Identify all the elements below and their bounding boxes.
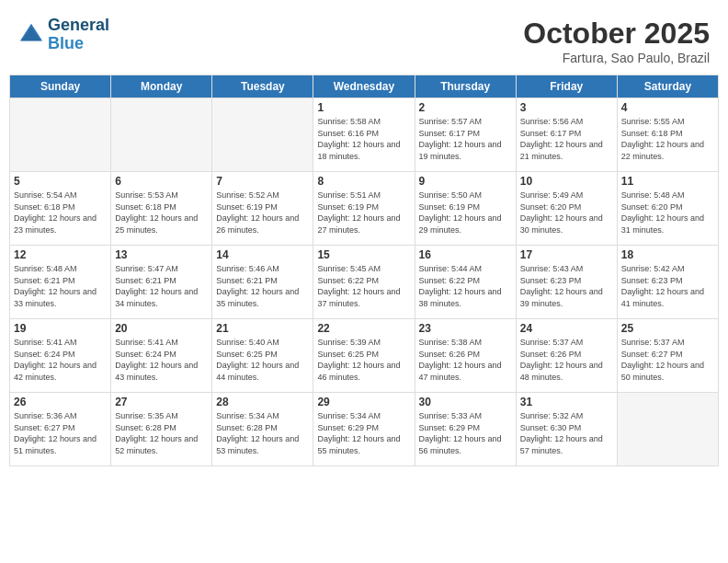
calendar-cell: 13Sunrise: 5:47 AM Sunset: 6:21 PM Dayli… [111,246,212,319]
month-title: October 2025 [523,17,710,51]
calendar-cell: 17Sunrise: 5:43 AM Sunset: 6:23 PM Dayli… [516,246,617,319]
logo: General Blue [18,17,109,53]
day-number: 1 [317,101,410,114]
calendar-cell [111,98,212,172]
day-number: 11 [621,175,714,188]
calendar-cell: 9Sunrise: 5:50 AM Sunset: 6:19 PM Daylig… [415,172,516,246]
day-number: 28 [216,396,309,408]
weekday-header: Tuesday [212,75,313,98]
day-number: 12 [14,248,107,261]
day-info: Sunrise: 5:42 AM Sunset: 6:23 PM Dayligh… [621,263,714,309]
day-number: 10 [520,175,613,188]
weekday-header: Saturday [617,75,718,98]
day-info: Sunrise: 5:37 AM Sunset: 6:27 PM Dayligh… [621,337,714,383]
day-number: 29 [317,396,410,408]
calendar-cell [10,98,111,172]
day-info: Sunrise: 5:39 AM Sunset: 6:25 PM Dayligh… [317,337,410,383]
calendar-cell: 28Sunrise: 5:34 AM Sunset: 6:28 PM Dayli… [212,393,313,466]
day-info: Sunrise: 5:36 AM Sunset: 6:27 PM Dayligh… [14,410,107,456]
page-header: General Blue October 2025 Fartura, Sao P… [9,9,719,69]
weekday-header: Monday [111,75,212,98]
day-info: Sunrise: 5:53 AM Sunset: 6:18 PM Dayligh… [115,190,208,236]
day-info: Sunrise: 5:48 AM Sunset: 6:21 PM Dayligh… [14,263,107,309]
calendar-cell: 11Sunrise: 5:48 AM Sunset: 6:20 PM Dayli… [617,172,718,246]
day-info: Sunrise: 5:40 AM Sunset: 6:25 PM Dayligh… [216,337,309,383]
day-number: 26 [14,396,107,408]
day-info: Sunrise: 5:44 AM Sunset: 6:22 PM Dayligh… [419,263,512,309]
day-number: 22 [317,322,410,335]
calendar-cell: 15Sunrise: 5:45 AM Sunset: 6:22 PM Dayli… [313,246,415,319]
calendar-cell: 24Sunrise: 5:37 AM Sunset: 6:26 PM Dayli… [516,319,617,393]
weekday-header-row: SundayMondayTuesdayWednesdayThursdayFrid… [10,75,719,98]
calendar-cell: 5Sunrise: 5:54 AM Sunset: 6:18 PM Daylig… [10,172,111,246]
day-number: 4 [621,101,714,114]
day-info: Sunrise: 5:48 AM Sunset: 6:20 PM Dayligh… [621,190,714,236]
logo-text: General Blue [48,17,109,53]
weekday-header: Thursday [415,75,516,98]
day-info: Sunrise: 5:47 AM Sunset: 6:21 PM Dayligh… [115,263,208,309]
day-info: Sunrise: 5:52 AM Sunset: 6:19 PM Dayligh… [216,190,309,236]
day-number: 27 [115,396,208,408]
day-info: Sunrise: 5:32 AM Sunset: 6:30 PM Dayligh… [520,410,613,456]
logo-line2: Blue [48,35,109,53]
day-number: 9 [419,175,512,188]
calendar-cell [212,98,313,172]
day-info: Sunrise: 5:37 AM Sunset: 6:26 PM Dayligh… [520,337,613,383]
calendar-cell: 18Sunrise: 5:42 AM Sunset: 6:23 PM Dayli… [617,246,718,319]
calendar-cell: 29Sunrise: 5:34 AM Sunset: 6:29 PM Dayli… [313,393,415,466]
day-number: 24 [520,322,613,335]
calendar: SundayMondayTuesdayWednesdayThursdayFrid… [9,75,719,466]
calendar-week-row: 12Sunrise: 5:48 AM Sunset: 6:21 PM Dayli… [10,246,719,319]
calendar-cell: 4Sunrise: 5:55 AM Sunset: 6:18 PM Daylig… [617,98,718,172]
day-number: 3 [520,101,613,114]
day-info: Sunrise: 5:45 AM Sunset: 6:22 PM Dayligh… [317,263,410,309]
calendar-week-row: 1Sunrise: 5:58 AM Sunset: 6:16 PM Daylig… [10,98,719,172]
day-number: 6 [115,175,208,188]
day-number: 18 [621,248,714,261]
day-number: 14 [216,248,309,261]
day-info: Sunrise: 5:41 AM Sunset: 6:24 PM Dayligh… [115,337,208,383]
weekday-header: Friday [516,75,617,98]
day-number: 13 [115,248,208,261]
day-number: 19 [14,322,107,335]
day-info: Sunrise: 5:51 AM Sunset: 6:19 PM Dayligh… [317,190,410,236]
calendar-cell: 3Sunrise: 5:56 AM Sunset: 6:17 PM Daylig… [516,98,617,172]
calendar-week-row: 5Sunrise: 5:54 AM Sunset: 6:18 PM Daylig… [10,172,719,246]
calendar-cell: 12Sunrise: 5:48 AM Sunset: 6:21 PM Dayli… [10,246,111,319]
day-number: 17 [520,248,613,261]
day-info: Sunrise: 5:55 AM Sunset: 6:18 PM Dayligh… [621,116,714,162]
location: Fartura, Sao Paulo, Brazil [523,51,710,65]
calendar-cell: 26Sunrise: 5:36 AM Sunset: 6:27 PM Dayli… [10,393,111,466]
day-number: 2 [419,101,512,114]
calendar-cell [617,393,718,466]
calendar-cell: 16Sunrise: 5:44 AM Sunset: 6:22 PM Dayli… [415,246,516,319]
calendar-cell: 7Sunrise: 5:52 AM Sunset: 6:19 PM Daylig… [212,172,313,246]
calendar-cell: 2Sunrise: 5:57 AM Sunset: 6:17 PM Daylig… [415,98,516,172]
day-info: Sunrise: 5:38 AM Sunset: 6:26 PM Dayligh… [419,337,512,383]
calendar-cell: 19Sunrise: 5:41 AM Sunset: 6:24 PM Dayli… [10,319,111,393]
calendar-cell: 31Sunrise: 5:32 AM Sunset: 6:30 PM Dayli… [516,393,617,466]
calendar-cell: 22Sunrise: 5:39 AM Sunset: 6:25 PM Dayli… [313,319,415,393]
calendar-cell: 8Sunrise: 5:51 AM Sunset: 6:19 PM Daylig… [313,172,415,246]
day-info: Sunrise: 5:41 AM Sunset: 6:24 PM Dayligh… [14,337,107,383]
calendar-cell: 6Sunrise: 5:53 AM Sunset: 6:18 PM Daylig… [111,172,212,246]
logo-icon [18,22,44,48]
calendar-cell: 27Sunrise: 5:35 AM Sunset: 6:28 PM Dayli… [111,393,212,466]
day-info: Sunrise: 5:46 AM Sunset: 6:21 PM Dayligh… [216,263,309,309]
day-info: Sunrise: 5:34 AM Sunset: 6:28 PM Dayligh… [216,410,309,456]
calendar-cell: 30Sunrise: 5:33 AM Sunset: 6:29 PM Dayli… [415,393,516,466]
calendar-cell: 10Sunrise: 5:49 AM Sunset: 6:20 PM Dayli… [516,172,617,246]
weekday-header: Wednesday [313,75,415,98]
day-info: Sunrise: 5:34 AM Sunset: 6:29 PM Dayligh… [317,410,410,456]
day-info: Sunrise: 5:49 AM Sunset: 6:20 PM Dayligh… [520,190,613,236]
day-info: Sunrise: 5:43 AM Sunset: 6:23 PM Dayligh… [520,263,613,309]
day-number: 21 [216,322,309,335]
calendar-cell: 14Sunrise: 5:46 AM Sunset: 6:21 PM Dayli… [212,246,313,319]
title-block: October 2025 Fartura, Sao Paulo, Brazil [523,17,710,65]
day-info: Sunrise: 5:58 AM Sunset: 6:16 PM Dayligh… [317,116,410,162]
day-number: 16 [419,248,512,261]
day-info: Sunrise: 5:50 AM Sunset: 6:19 PM Dayligh… [419,190,512,236]
calendar-cell: 21Sunrise: 5:40 AM Sunset: 6:25 PM Dayli… [212,319,313,393]
day-number: 7 [216,175,309,188]
day-info: Sunrise: 5:57 AM Sunset: 6:17 PM Dayligh… [419,116,512,162]
